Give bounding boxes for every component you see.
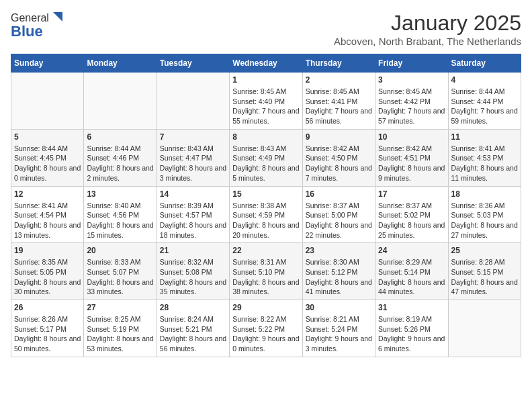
day-info: Sunrise: 8:33 AMSunset: 5:07 PMDaylight:… bbox=[87, 257, 153, 297]
location-title: Abcoven, North Brabant, The Netherlands bbox=[334, 36, 521, 47]
day-number: 15 bbox=[232, 189, 299, 199]
calendar-cell: 16 Sunrise: 8:37 AMSunset: 5:00 PMDaylig… bbox=[302, 186, 375, 243]
calendar-cell: 27 Sunrise: 8:25 AMSunset: 5:19 PMDaylig… bbox=[84, 300, 157, 357]
calendar-cell: 22 Sunrise: 8:31 AMSunset: 5:10 PMDaylig… bbox=[230, 243, 302, 300]
day-info: Sunrise: 8:44 AMSunset: 4:44 PMDaylight:… bbox=[451, 87, 518, 126]
day-info: Sunrise: 8:44 AMSunset: 4:45 PMDaylight:… bbox=[14, 144, 81, 183]
day-info: Sunrise: 8:24 AMSunset: 5:21 PMDaylight:… bbox=[160, 314, 226, 354]
day-info: Sunrise: 8:36 AMSunset: 5:03 PMDaylight:… bbox=[451, 201, 518, 240]
day-info: Sunrise: 8:45 AMSunset: 4:40 PMDaylight:… bbox=[232, 87, 299, 126]
weekday-header-thursday: Thursday bbox=[302, 54, 375, 73]
day-info: Sunrise: 8:45 AMSunset: 4:42 PMDaylight:… bbox=[378, 87, 445, 126]
calendar-cell: 20 Sunrise: 8:33 AMSunset: 5:07 PMDaylig… bbox=[84, 243, 157, 300]
weekday-header-sunday: Sunday bbox=[11, 54, 84, 73]
calendar-cell bbox=[448, 300, 521, 357]
weekday-header-saturday: Saturday bbox=[448, 54, 521, 73]
calendar-week-row: 5 Sunrise: 8:44 AMSunset: 4:45 PMDayligh… bbox=[11, 129, 521, 186]
day-info: Sunrise: 8:43 AMSunset: 4:47 PMDaylight:… bbox=[160, 144, 226, 183]
day-number: 16 bbox=[306, 189, 372, 199]
calendar-cell: 10 Sunrise: 8:42 AMSunset: 4:51 PMDaylig… bbox=[375, 129, 448, 186]
day-number: 31 bbox=[378, 303, 445, 312]
calendar-cell: 6 Sunrise: 8:44 AMSunset: 4:46 PMDayligh… bbox=[84, 129, 157, 186]
day-info: Sunrise: 8:21 AMSunset: 5:24 PMDaylight:… bbox=[306, 314, 372, 354]
calendar-cell: 17 Sunrise: 8:37 AMSunset: 5:02 PMDaylig… bbox=[375, 186, 448, 243]
day-number: 26 bbox=[14, 303, 81, 312]
month-title: January 2025 bbox=[334, 11, 521, 36]
day-info: Sunrise: 8:30 AMSunset: 5:12 PMDaylight:… bbox=[306, 257, 372, 297]
weekday-header-tuesday: Tuesday bbox=[157, 54, 229, 73]
day-info: Sunrise: 8:28 AMSunset: 5:15 PMDaylight:… bbox=[451, 257, 518, 297]
day-info: Sunrise: 8:41 AMSunset: 4:53 PMDaylight:… bbox=[451, 144, 518, 183]
day-number: 8 bbox=[232, 132, 299, 142]
calendar-cell: 2 Sunrise: 8:45 AMSunset: 4:41 PMDayligh… bbox=[302, 73, 375, 130]
day-number: 28 bbox=[160, 303, 226, 312]
calendar-week-row: 26 Sunrise: 8:26 AMSunset: 5:17 PMDaylig… bbox=[11, 300, 521, 357]
logo-blue-text: Blue bbox=[11, 23, 43, 40]
svg-marker-0 bbox=[53, 12, 62, 21]
calendar-cell: 14 Sunrise: 8:39 AMSunset: 4:57 PMDaylig… bbox=[157, 186, 229, 243]
day-info: Sunrise: 8:26 AMSunset: 5:17 PMDaylight:… bbox=[14, 314, 81, 354]
calendar-cell bbox=[157, 73, 229, 130]
calendar-cell: 28 Sunrise: 8:24 AMSunset: 5:21 PMDaylig… bbox=[157, 300, 229, 357]
day-number: 25 bbox=[451, 246, 518, 255]
day-number: 27 bbox=[87, 303, 153, 312]
day-number: 7 bbox=[160, 132, 226, 142]
day-info: Sunrise: 8:37 AMSunset: 5:00 PMDaylight:… bbox=[306, 201, 372, 240]
calendar-cell: 11 Sunrise: 8:41 AMSunset: 4:53 PMDaylig… bbox=[448, 129, 521, 186]
day-info: Sunrise: 8:38 AMSunset: 4:59 PMDaylight:… bbox=[232, 201, 299, 240]
calendar-cell: 26 Sunrise: 8:26 AMSunset: 5:17 PMDaylig… bbox=[11, 300, 84, 357]
calendar-cell: 24 Sunrise: 8:29 AMSunset: 5:14 PMDaylig… bbox=[375, 243, 448, 300]
day-info: Sunrise: 8:32 AMSunset: 5:08 PMDaylight:… bbox=[160, 257, 226, 297]
weekday-header-wednesday: Wednesday bbox=[230, 54, 302, 73]
day-number: 22 bbox=[232, 246, 299, 255]
day-number: 13 bbox=[87, 189, 153, 199]
page-header: General Blue January 2025 Abcoven, North… bbox=[11, 11, 521, 47]
calendar-cell: 13 Sunrise: 8:40 AMSunset: 4:56 PMDaylig… bbox=[84, 186, 157, 243]
calendar-cell: 19 Sunrise: 8:35 AMSunset: 5:05 PMDaylig… bbox=[11, 243, 84, 300]
calendar-cell: 12 Sunrise: 8:41 AMSunset: 4:54 PMDaylig… bbox=[11, 186, 84, 243]
day-number: 19 bbox=[14, 246, 81, 255]
calendar-body: 1 Sunrise: 8:45 AMSunset: 4:40 PMDayligh… bbox=[11, 73, 521, 357]
day-number: 17 bbox=[378, 189, 445, 199]
day-info: Sunrise: 8:25 AMSunset: 5:19 PMDaylight:… bbox=[87, 314, 153, 354]
calendar-table: SundayMondayTuesdayWednesdayThursdayFrid… bbox=[11, 54, 521, 357]
day-info: Sunrise: 8:44 AMSunset: 4:46 PMDaylight:… bbox=[87, 144, 153, 183]
calendar-cell: 21 Sunrise: 8:32 AMSunset: 5:08 PMDaylig… bbox=[157, 243, 229, 300]
weekday-header-monday: Monday bbox=[84, 54, 157, 73]
day-info: Sunrise: 8:37 AMSunset: 5:02 PMDaylight:… bbox=[378, 201, 445, 240]
weekday-header-row: SundayMondayTuesdayWednesdayThursdayFrid… bbox=[11, 54, 521, 73]
day-info: Sunrise: 8:35 AMSunset: 5:05 PMDaylight:… bbox=[14, 257, 81, 297]
day-info: Sunrise: 8:42 AMSunset: 4:51 PMDaylight:… bbox=[378, 144, 445, 183]
day-number: 20 bbox=[87, 246, 153, 255]
calendar-cell: 29 Sunrise: 8:22 AMSunset: 5:22 PMDaylig… bbox=[230, 300, 302, 357]
day-number: 5 bbox=[14, 132, 81, 142]
logo-triangle-icon bbox=[50, 11, 62, 23]
calendar-cell bbox=[11, 73, 84, 130]
title-block: January 2025 Abcoven, North Brabant, The… bbox=[334, 11, 521, 47]
day-number: 21 bbox=[160, 246, 226, 255]
day-number: 10 bbox=[378, 132, 445, 142]
calendar-week-row: 19 Sunrise: 8:35 AMSunset: 5:05 PMDaylig… bbox=[11, 243, 521, 300]
calendar-week-row: 1 Sunrise: 8:45 AMSunset: 4:40 PMDayligh… bbox=[11, 73, 521, 130]
calendar-cell: 7 Sunrise: 8:43 AMSunset: 4:47 PMDayligh… bbox=[157, 129, 229, 186]
calendar-cell: 18 Sunrise: 8:36 AMSunset: 5:03 PMDaylig… bbox=[448, 186, 521, 243]
calendar-cell: 5 Sunrise: 8:44 AMSunset: 4:45 PMDayligh… bbox=[11, 129, 84, 186]
day-number: 4 bbox=[451, 75, 518, 85]
calendar-cell: 25 Sunrise: 8:28 AMSunset: 5:15 PMDaylig… bbox=[448, 243, 521, 300]
calendar-cell: 30 Sunrise: 8:21 AMSunset: 5:24 PMDaylig… bbox=[302, 300, 375, 357]
day-number: 2 bbox=[306, 75, 372, 85]
day-number: 24 bbox=[378, 246, 445, 255]
calendar-week-row: 12 Sunrise: 8:41 AMSunset: 4:54 PMDaylig… bbox=[11, 186, 521, 243]
calendar-cell: 8 Sunrise: 8:43 AMSunset: 4:49 PMDayligh… bbox=[230, 129, 302, 186]
calendar-cell bbox=[84, 73, 157, 130]
day-number: 11 bbox=[451, 132, 518, 142]
day-number: 3 bbox=[378, 75, 445, 85]
weekday-header-friday: Friday bbox=[375, 54, 448, 73]
day-info: Sunrise: 8:43 AMSunset: 4:49 PMDaylight:… bbox=[232, 144, 299, 183]
calendar-cell: 1 Sunrise: 8:45 AMSunset: 4:40 PMDayligh… bbox=[230, 73, 302, 130]
day-number: 9 bbox=[306, 132, 372, 142]
day-info: Sunrise: 8:41 AMSunset: 4:54 PMDaylight:… bbox=[14, 201, 81, 240]
calendar-cell: 23 Sunrise: 8:30 AMSunset: 5:12 PMDaylig… bbox=[302, 243, 375, 300]
day-number: 23 bbox=[306, 246, 372, 255]
day-number: 6 bbox=[87, 132, 153, 142]
